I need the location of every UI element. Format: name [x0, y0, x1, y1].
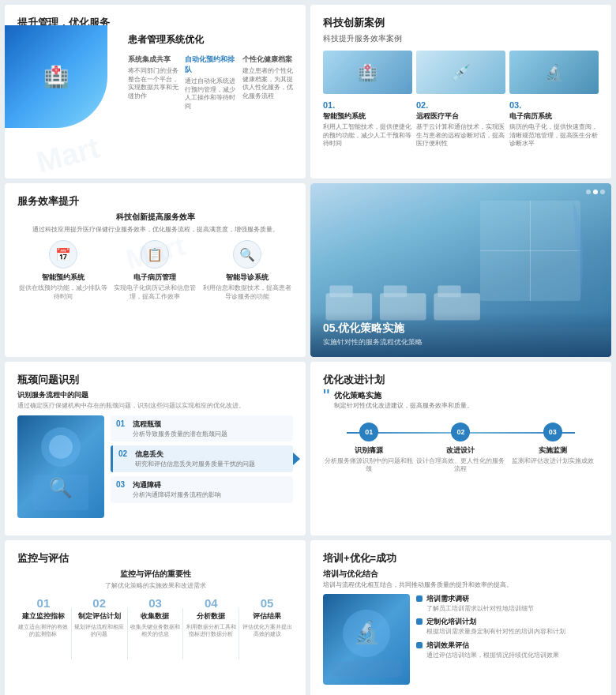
p7-step2-name: 制定评估计划	[73, 612, 126, 622]
p6-step-2: 02 改进设计 设计合理高效、更人性化的服务流程	[415, 423, 506, 473]
p3-icons-row: 📅 智能预约系统 提供在线预约功能，减少排队等待时间 📋 电子病历管理 实现电子…	[17, 240, 293, 301]
panel-title-8: 培训+优化=成功	[323, 551, 599, 565]
p2-item1-num: 01.	[323, 100, 412, 110]
p8-dot1	[416, 595, 423, 602]
p8-item1-content: 培训需求调研 了解员工培训需求以针对性地培训细节	[426, 594, 534, 613]
dot3	[600, 190, 605, 194]
p1-col-3: 个性化健康档案 建立患者的个性化健康档案，为其提供人性化服务，优化服务流程	[242, 54, 293, 111]
p7-desc: 了解优化策略的实施效果和改进需求	[17, 581, 293, 590]
panel-strategy: 05.优化策略实施 实施针对性的服务流程优化策略	[310, 183, 611, 357]
p4-overlay: 05.优化策略实施 实施针对性的服务流程优化策略	[310, 312, 611, 357]
p8-dot2	[416, 618, 423, 625]
svg-rect-7	[384, 286, 407, 298]
p2-item2-num: 02.	[416, 100, 505, 110]
p2-item1-name: 智能预约系统	[323, 111, 412, 122]
p5-item3-text: 分析沟通障碍对服务流程的影响	[133, 491, 221, 499]
panel-bottleneck: 瓶颈问题识别 识别服务流程中的问题 通过确定医疗保健机构中存在的瓶颈问题，识别这…	[5, 362, 306, 535]
p1-col2-label: 自动化预约和排队	[185, 54, 235, 75]
p7-step1-name: 建立监控指标	[17, 612, 69, 622]
p3-icon2-circle: 📋	[141, 240, 169, 269]
p5-arrow-icon	[293, 453, 300, 465]
p3-icon-2: 📋 电子病历管理 实现电子化病历记录和信息管理，提高工作效率	[109, 240, 201, 301]
p5-item1-num: 01	[116, 419, 129, 428]
p5-subtitle: 识别服务流程中的问题	[17, 390, 293, 400]
svg-rect-5	[329, 286, 352, 298]
p6-steps: 01 识别痛源 分析服务痛源识别中的问题和瓶颈 02 改进设计 设计合理高效、更…	[323, 423, 599, 473]
p8-item-3: 培训效果评估 通过评估培训结果，根据情况持续优化培训效果	[416, 641, 599, 659]
p8-item-2: 定制化培训计划 根据培训需求量身定制有针对性的培训内容和计划	[416, 617, 599, 636]
p5-list: 01 流程瓶颈 分析导致服务质量的潜在瓶颈问题 02 信息丢失 研究和评估信息丢…	[111, 415, 293, 518]
p5-item3-title: 沟通障碍	[133, 480, 221, 490]
p7-step5-num: 05	[241, 596, 293, 610]
p3-icon1-circle: 📅	[49, 240, 77, 269]
p7-step3-desc: 收集关键业务数据和相关的信息	[130, 623, 182, 637]
p7-step-5: 05 评估结果 评估优化方案并提出高效的建议	[241, 596, 293, 659]
p7-divider-3	[182, 608, 183, 659]
dot2	[593, 190, 598, 194]
p3-icon3-label: 智能导诊系统	[201, 272, 293, 283]
p1-content: 患者管理系统优化 系统集成共享 将不同部门的业务整合在一个平台，实现数据共享和无…	[128, 33, 293, 111]
p2-item-2: 02. 远程医疗平台 基于云计算和通信技术，实现医生与患者的远程诊断对话，提高医…	[416, 100, 505, 148]
p1-col2-text: 通过自动化系统进行预约管理，减少人工操作和等待时间	[185, 77, 235, 111]
p8-item-1: 培训需求调研 了解员工培训需求以针对性地培训细节	[416, 594, 599, 613]
p3-subtitle: 科技创新提高服务效率	[17, 212, 293, 223]
p7-step2-num: 02	[73, 596, 126, 610]
p2-item-1: 01. 智能预约系统 利用人工智能技术，提供便捷化的预约功能，减少人工干预和等待…	[323, 100, 412, 148]
p8-list: 培训需求调研 了解员工培训需求以针对性地培训细节 定制化培训计划 根据培训需求量…	[416, 594, 599, 685]
p8-item1-name: 培训需求调研	[426, 594, 534, 604]
panel-title-3: 服务效率提升	[17, 194, 293, 208]
p1-content-title: 患者管理系统优化	[128, 33, 293, 47]
p7-step-3: 03 收集数据 收集关键业务数据和相关的信息	[130, 596, 182, 659]
p6-step3-desc: 监测和评估改进计划实施成效	[507, 457, 599, 465]
p4-subtitle: 实施针对性的服务流程优化策略	[323, 337, 599, 348]
p1-col3-text: 建立患者的个性化健康档案，为其提供人性化服务，优化服务流程	[242, 67, 293, 100]
p3-icon2-label: 电子病历管理	[109, 272, 201, 283]
p1-cols: 系统集成共享 将不同部门的业务整合在一个平台，实现数据共享和无缝协作 自动化预约…	[128, 54, 293, 111]
p7-step3-num: 03	[130, 596, 182, 610]
p6-step3-name: 实施监测	[507, 445, 599, 456]
panel-efficiency: 服务效率提升 科技创新提高服务效率 通过科技应用提升医疗保健行业服务效率，优化服…	[5, 183, 306, 357]
p6-step3-dot: 03	[543, 423, 562, 441]
p7-step1-num: 01	[17, 596, 69, 610]
p7-step4-name: 分析数据	[185, 612, 237, 622]
panel-monitoring: 监控与评估 监控与评估的重要性 了解优化策略的实施效果和改进需求 01 建立监控…	[5, 540, 306, 695]
p7-step-1: 01 建立监控指标 建立适合测评的有效的监测指标	[17, 596, 69, 659]
p1-col1-text: 将不同部门的业务整合在一个平台，实现数据共享和无缝协作	[128, 67, 178, 100]
p5-item1-text: 分析导致服务质量的潜在瓶颈问题	[133, 430, 227, 438]
p3-desc: 通过科技应用提升医疗保健行业服务效率，优化服务流程，提高满意度，增强服务质量。	[17, 225, 293, 234]
panel-title-7: 监控与评估	[17, 551, 293, 565]
p8-item3-content: 培训效果评估 通过评估培训结果，根据情况持续优化培训效果	[426, 641, 559, 659]
p6-step-3: 03 实施监测 监测和评估改进计划实施成效	[507, 423, 599, 465]
p5-image: 🔍	[17, 415, 104, 518]
p5-item-1: 01 流程瓶颈 分析导致服务质量的潜在瓶颈问题	[111, 415, 293, 442]
p7-divider-4	[239, 608, 239, 659]
p3-icon1-label: 智能预约系统	[17, 272, 109, 283]
p7-divider-1	[71, 608, 72, 659]
p8-desc: 培训与流程优化相互结合，共同推动服务质量的提升和效率的提高。	[323, 581, 599, 590]
p2-item3-num: 03.	[509, 100, 599, 110]
panel-improvement: 优化改进计划 " 优化策略实施 制定针对性优化改进建议，提高服务效率和质量。 0…	[310, 362, 611, 535]
p6-quote-desc: 制定针对性优化改进建议，提高服务效率和质量。	[334, 401, 473, 410]
p3-icon1-desc: 提供在线预约功能，减少排队等待时间	[17, 284, 109, 301]
p5-item2-content: 信息丢失 研究和评估信息丢失对服务质量干扰的问题	[135, 449, 255, 468]
p5-item3-num: 03	[116, 480, 129, 489]
p8-item1-text: 了解员工培训需求以针对性地培训细节	[426, 605, 534, 613]
p5-item3-content: 沟通障碍 分析沟通障碍对服务流程的影响	[133, 480, 221, 499]
p3-icon3-circle: 🔍	[233, 240, 261, 269]
p7-divider-2	[127, 608, 128, 659]
panel-management: 提升管理，优化服务 🏥 患者管理系统优化 系统集成共享 将不同部门的业务整合在一…	[5, 5, 306, 178]
p6-quote-content: 优化策略实施 制定针对性优化改进建议，提高服务效率和质量。	[334, 390, 473, 410]
p3-icon3-desc: 利用信息和数据技术，提高患者导诊服务的功能	[201, 284, 293, 301]
p7-step1-desc: 建立适合测评的有效的监测指标	[17, 623, 69, 637]
p5-item-2: 02 信息丢失 研究和评估信息丢失对服务质量干扰的问题	[111, 445, 293, 472]
p2-items: 01. 智能预约系统 利用人工智能技术，提供便捷化的预约功能，减少人工干预和等待…	[323, 100, 599, 148]
quote-mark-icon: "	[323, 387, 330, 406]
dot1	[586, 190, 591, 194]
p1-col3-label: 个性化健康档案	[242, 54, 293, 65]
p1-col-1: 系统集成共享 将不同部门的业务整合在一个平台，实现数据共享和无缝协作	[128, 54, 178, 111]
p2-item-3: 03. 电子病历系统 病历的电子化，提供快速查阅，清晰规范地管理，提高医生分析诊…	[509, 100, 599, 148]
p8-content: 🔬 培训需求调研 了解员工培训需求以针对性地培训细节 定制化培训计划 根据培训需…	[323, 594, 599, 685]
p8-item2-text: 根据培训需求量身定制有针对性的培训内容和计划	[426, 628, 565, 636]
p7-step-2: 02 制定评估计划 规划评估流程和相应的问题	[73, 596, 126, 659]
p8-item2-content: 定制化培训计划 根据培训需求量身定制有针对性的培训内容和计划	[426, 617, 565, 636]
